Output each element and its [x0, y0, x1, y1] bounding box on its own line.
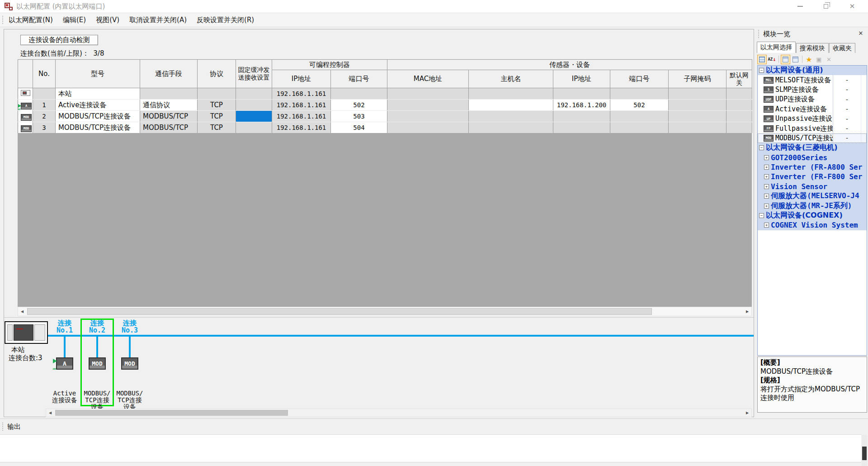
tree-section[interactable]: −以太网设备(COGNEX): [758, 211, 867, 220]
tree-item[interactable]: UPUnpassive连接设-: [758, 114, 867, 124]
tree-section[interactable]: −以太网设备(通用): [758, 66, 867, 75]
cell-plc_ip-row2[interactable]: 192.168.1.161: [272, 111, 331, 122]
cell-host-row2[interactable]: [469, 111, 553, 122]
expand-icon[interactable]: +: [764, 155, 769, 160]
tree-item[interactable]: +伺服放大器(MR-JE系列): [758, 201, 867, 210]
scroll-right-icon[interactable]: ▶: [743, 307, 751, 316]
tab-2[interactable]: 收藏夹: [829, 43, 855, 53]
scroll-left-icon[interactable]: ◀: [46, 409, 54, 417]
cell-mac-row1[interactable]: [387, 100, 469, 111]
cell-ip-row1[interactable]: 192.168.1.200: [553, 100, 610, 111]
add-favorite-icon[interactable]: ▣: [814, 55, 824, 64]
cell-buffer-row3[interactable]: [236, 122, 272, 133]
expand-icon[interactable]: +: [764, 204, 769, 209]
cell-plc_ip-row1[interactable]: 192.168.1.161: [272, 100, 331, 111]
cell-protocol-row0[interactable]: [198, 88, 236, 100]
tab-0[interactable]: 以太网选择: [757, 42, 796, 53]
cell-plc_ip-row3[interactable]: 192.168.1.161: [272, 122, 331, 133]
cell-model-row2[interactable]: MODBUS/TCP连接设备: [56, 111, 140, 122]
tree-item[interactable]: AActive连接设备-: [758, 105, 867, 114]
cell-gateway-row0[interactable]: [726, 88, 752, 100]
tree-item[interactable]: +COGNEX Vision System: [758, 220, 867, 230]
restore-button[interactable]: [816, 0, 836, 13]
cell-no-row2[interactable]: 2: [33, 111, 56, 122]
tree-section[interactable]: −以太网设备(三菱电机): [758, 143, 867, 152]
cell-gateway-row1[interactable]: [726, 100, 752, 111]
cell-ip-row3[interactable]: [553, 122, 610, 133]
expand-icon[interactable]: +: [764, 184, 769, 189]
cell-subnet-row3[interactable]: [669, 122, 726, 133]
cell-buffer-row0[interactable]: [236, 88, 272, 100]
tree-item[interactable]: MODMODBUS/TCP连接设-: [758, 133, 867, 143]
output-content[interactable]: [0, 434, 861, 462]
sort-az-icon[interactable]: AZ↓: [767, 55, 777, 64]
cell-buffer-row2[interactable]: [236, 111, 272, 122]
tree-expand-icon[interactable]: [791, 55, 800, 64]
cell-gateway-row2[interactable]: [726, 111, 752, 122]
table-horizontal-scrollbar[interactable]: ◀ ▶: [18, 307, 752, 316]
cell-protocol-row1[interactable]: TCP: [198, 100, 236, 111]
tree-item[interactable]: UDPUDP连接设备-: [758, 95, 867, 104]
device-icon-3[interactable]: MOD: [121, 357, 138, 370]
output-scrollbar-thumb[interactable]: [862, 447, 867, 460]
cell-ip-row2[interactable]: [553, 111, 610, 122]
menu-item-1[interactable]: 编辑(E): [58, 16, 91, 24]
collapse-icon[interactable]: −: [759, 68, 764, 73]
scroll-right-icon[interactable]: ▶: [743, 409, 751, 417]
cell-no-row1[interactable]: 1: [33, 100, 56, 111]
row-selector[interactable]: MOD: [18, 122, 33, 133]
cell-port-row0[interactable]: [610, 88, 669, 100]
cell-no-row0[interactable]: [33, 88, 56, 100]
tree-item[interactable]: +Inverter (FR-F800 Ser: [758, 172, 867, 181]
cell-plc_ip-row0[interactable]: 192.168.1.161: [272, 88, 331, 100]
tree-collapse-icon[interactable]: [781, 55, 790, 64]
cell-plc_port-row3[interactable]: 504: [331, 122, 387, 133]
panel-close-icon[interactable]: ✕: [856, 29, 865, 38]
expand-icon[interactable]: +: [764, 223, 769, 228]
cell-plc_port-row2[interactable]: 503: [331, 111, 387, 122]
cell-no-row3[interactable]: 3: [33, 122, 56, 133]
row-selector[interactable]: [18, 88, 33, 100]
device-icon-1[interactable]: A»»: [56, 357, 73, 370]
menu-item-2[interactable]: 视图(V): [91, 16, 124, 24]
plc-unit-image[interactable]: [5, 321, 48, 344]
close-button[interactable]: ✕: [842, 0, 863, 13]
cell-plc_port-row1[interactable]: 502: [331, 100, 387, 111]
cell-model-row3[interactable]: MODBUS/TCP连接设备: [56, 122, 140, 133]
expand-icon[interactable]: +: [764, 165, 769, 170]
row-selector[interactable]: MOD: [18, 111, 33, 122]
delete-icon[interactable]: ✕: [824, 55, 834, 64]
collapse-icon[interactable]: −: [759, 213, 764, 218]
cell-method-row2[interactable]: MODBUS/TCP: [140, 111, 198, 122]
scroll-left-icon[interactable]: ◀: [18, 307, 26, 316]
cell-method-row3[interactable]: MODBUS/TCP: [140, 122, 198, 133]
collapse-icon[interactable]: −: [759, 145, 764, 150]
menu-item-4[interactable]: 反映设置并关闭(R): [192, 16, 259, 24]
row-selector[interactable]: A»»: [18, 100, 33, 111]
cell-buffer-row1[interactable]: [236, 100, 272, 111]
cell-gateway-row3[interactable]: [726, 122, 752, 133]
cell-host-row1[interactable]: [469, 100, 553, 111]
tree-item[interactable]: +GOT2000Series: [758, 153, 867, 162]
tree-item[interactable]: +Vision Sensor: [758, 182, 867, 191]
cell-mac-row3[interactable]: [387, 122, 469, 133]
cell-mac-row0[interactable]: [387, 88, 469, 100]
menu-item-0[interactable]: 以太网配置(N): [4, 16, 58, 24]
cell-subnet-row0[interactable]: [669, 88, 726, 100]
cell-subnet-row1[interactable]: [669, 100, 726, 111]
cell-method-row0[interactable]: [140, 88, 198, 100]
cell-port-row3[interactable]: [610, 122, 669, 133]
cell-protocol-row3[interactable]: TCP: [198, 122, 236, 133]
device-icon-2[interactable]: MOD: [89, 357, 106, 370]
tree-item[interactable]: +Inverter (FR-A800 Ser: [758, 162, 867, 172]
expand-icon[interactable]: +: [764, 194, 769, 199]
cell-protocol-row2[interactable]: TCP: [198, 111, 236, 122]
cell-model-row0[interactable]: 本站: [56, 88, 140, 100]
diagram-horizontal-scrollbar[interactable]: ◀ ▶: [46, 409, 752, 417]
minimize-button[interactable]: [790, 0, 811, 13]
cell-subnet-row2[interactable]: [669, 111, 726, 122]
tree-item[interactable]: +伺服放大器(MELSERVO-J4: [758, 191, 867, 201]
cell-model-row1[interactable]: Active连接设备: [56, 100, 140, 111]
cell-method-row1[interactable]: 通信协议: [140, 100, 198, 111]
cell-mac-row2[interactable]: [387, 111, 469, 122]
